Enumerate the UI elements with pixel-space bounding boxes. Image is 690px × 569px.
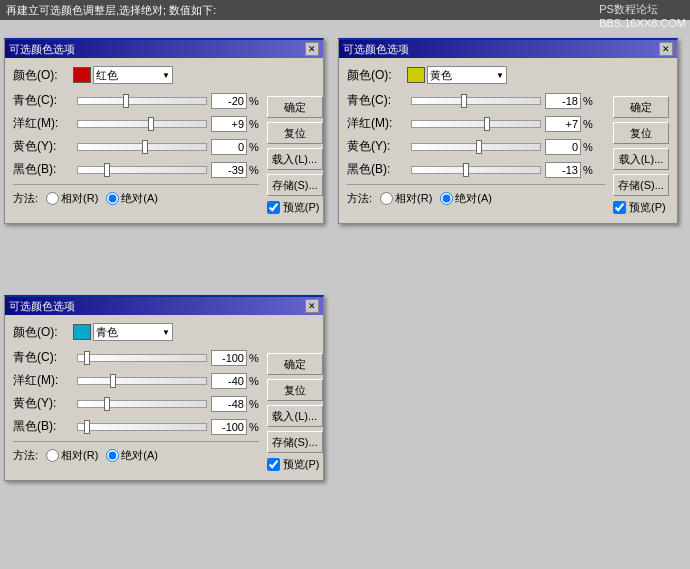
cyan-label-3: 青色(C): <box>13 349 73 366</box>
dialog-red-titlebar: 可选颜色选项 ✕ <box>5 40 323 58</box>
preview-label: 预览(P) <box>283 200 320 215</box>
magenta-slider-2[interactable] <box>411 120 541 128</box>
yellow-input[interactable] <box>211 139 247 155</box>
black-slider[interactable] <box>77 166 207 174</box>
yellow-row-3: 黄色(Y): % <box>13 395 259 412</box>
absolute-radio-2[interactable] <box>440 192 453 205</box>
cyan-label-2: 青色(C): <box>347 92 407 109</box>
ok-button-2[interactable]: 确定 <box>613 96 669 118</box>
save-button[interactable]: 存储(S)... <box>267 174 323 196</box>
instruction-bar: 再建立可选颜色调整层,选择绝对; 数值如下: <box>0 0 690 20</box>
magenta-input-3[interactable] <box>211 373 247 389</box>
preview-checkbox[interactable] <box>267 201 280 214</box>
magenta-row-2: 洋红(M): % <box>347 115 605 132</box>
color-dropdown-cyan[interactable]: 青色 ▼ <box>93 323 173 341</box>
black-input-2[interactable] <box>545 162 581 178</box>
cyan-input-2[interactable] <box>545 93 581 109</box>
color-selector-row: 颜色(O): 红色 ▼ <box>13 66 315 84</box>
black-input[interactable] <box>211 162 247 178</box>
reset-button-3[interactable]: 复位 <box>267 379 323 401</box>
relative-radio[interactable] <box>46 192 59 205</box>
yellow-slider-3[interactable] <box>77 400 207 408</box>
method-label: 方法: <box>13 191 38 206</box>
preview-row-2[interactable]: 预览(P) <box>613 200 669 215</box>
color-dropdown-red[interactable]: 红色 ▼ <box>93 66 173 84</box>
method-row: 方法: 相对(R) 绝对(A) <box>13 191 259 206</box>
ok-button[interactable]: 确定 <box>267 96 323 118</box>
load-button-3[interactable]: 载入(L)... <box>267 405 323 427</box>
magenta-row: 洋红(M): % <box>13 115 259 132</box>
relative-option[interactable]: 相对(R) <box>46 191 98 206</box>
magenta-slider[interactable] <box>77 120 207 128</box>
magenta-slider-3[interactable] <box>77 377 207 385</box>
relative-radio-3[interactable] <box>46 449 59 462</box>
yellow-input-2[interactable] <box>545 139 581 155</box>
yellow-row-2: 黄色(Y): % <box>347 138 605 155</box>
preview-checkbox-2[interactable] <box>613 201 626 214</box>
color-preview-red <box>73 67 91 83</box>
absolute-option[interactable]: 绝对(A) <box>106 191 158 206</box>
black-label-2: 黑色(B): <box>347 161 407 178</box>
color-dropdown-cyan-value: 青色 <box>96 325 118 340</box>
black-slider-2[interactable] <box>411 166 541 174</box>
color-selector-row-3: 颜色(O): 青色 ▼ <box>13 323 315 341</box>
preview-checkbox-3[interactable] <box>267 458 280 471</box>
cyan-slider-2[interactable] <box>411 97 541 105</box>
cyan-slider[interactable] <box>77 97 207 105</box>
absolute-option-3[interactable]: 绝对(A) <box>106 448 158 463</box>
dialog-red-title: 可选颜色选项 <box>9 42 75 57</box>
dialog-yellow-close[interactable]: ✕ <box>659 42 673 56</box>
yellow-row: 黄色(Y): % <box>13 138 259 155</box>
ok-button-3[interactable]: 确定 <box>267 353 323 375</box>
preview-row-3[interactable]: 预览(P) <box>267 457 323 472</box>
yellow-label-3: 黄色(Y): <box>13 395 73 412</box>
black-slider-3[interactable] <box>77 423 207 431</box>
color-selector-row-2: 颜色(O): 黄色 ▼ <box>347 66 669 84</box>
dialog-cyan-close[interactable]: ✕ <box>305 299 319 313</box>
magenta-label-3: 洋红(M): <box>13 372 73 389</box>
magenta-label: 洋红(M): <box>13 115 73 132</box>
cyan-input[interactable] <box>211 93 247 109</box>
dialog-yellow-title: 可选颜色选项 <box>343 42 409 57</box>
black-row: 黑色(B): % <box>13 161 259 178</box>
preview-label-2: 预览(P) <box>629 200 666 215</box>
magenta-input[interactable] <box>211 116 247 132</box>
black-percent: % <box>249 164 259 176</box>
black-input-3[interactable] <box>211 419 247 435</box>
buttons-col-3: 确定 复位 载入(L)... 存储(S)... 预览(P) <box>267 349 323 472</box>
save-button-3[interactable]: 存储(S)... <box>267 431 323 453</box>
yellow-slider-2[interactable] <box>411 143 541 151</box>
cyan-row-3: 青色(C): % <box>13 349 259 366</box>
load-button-2[interactable]: 载入(L)... <box>613 148 669 170</box>
absolute-option-2[interactable]: 绝对(A) <box>440 191 492 206</box>
reset-button-2[interactable]: 复位 <box>613 122 669 144</box>
reset-button[interactable]: 复位 <box>267 122 323 144</box>
dialog-yellow: 可选颜色选项 ✕ 颜色(O): 黄色 ▼ 青色(C): % <box>338 38 678 224</box>
save-button-2[interactable]: 存储(S)... <box>613 174 669 196</box>
relative-option-3[interactable]: 相对(R) <box>46 448 98 463</box>
absolute-label: 绝对(A) <box>121 191 158 206</box>
preview-row[interactable]: 预览(P) <box>267 200 323 215</box>
load-button[interactable]: 载入(L)... <box>267 148 323 170</box>
magenta-input-2[interactable] <box>545 116 581 132</box>
cyan-row-2: 青色(C): % <box>347 92 605 109</box>
magenta-percent: % <box>249 118 259 130</box>
relative-option-2[interactable]: 相对(R) <box>380 191 432 206</box>
yellow-slider[interactable] <box>77 143 207 151</box>
dialog-red-close[interactable]: ✕ <box>305 42 319 56</box>
dialog-yellow-titlebar: 可选颜色选项 ✕ <box>339 40 677 58</box>
dialog-cyan: 可选颜色选项 ✕ 颜色(O): 青色 ▼ 青色(C): % <box>4 295 324 481</box>
cyan-slider-3[interactable] <box>77 354 207 362</box>
absolute-radio-3[interactable] <box>106 449 119 462</box>
buttons-col: 确定 复位 载入(L)... 存储(S)... 预览(P) <box>267 92 323 215</box>
cyan-input-3[interactable] <box>211 350 247 366</box>
magenta-row-3: 洋红(M): % <box>13 372 259 389</box>
color-dropdown-yellow[interactable]: 黄色 ▼ <box>427 66 507 84</box>
dropdown-arrow-2: ▼ <box>496 71 504 80</box>
absolute-radio[interactable] <box>106 192 119 205</box>
yellow-percent: % <box>249 141 259 153</box>
yellow-input-3[interactable] <box>211 396 247 412</box>
relative-radio-2[interactable] <box>380 192 393 205</box>
dialog-cyan-titlebar: 可选颜色选项 ✕ <box>5 297 323 315</box>
color-label-2: 颜色(O): <box>347 67 407 84</box>
